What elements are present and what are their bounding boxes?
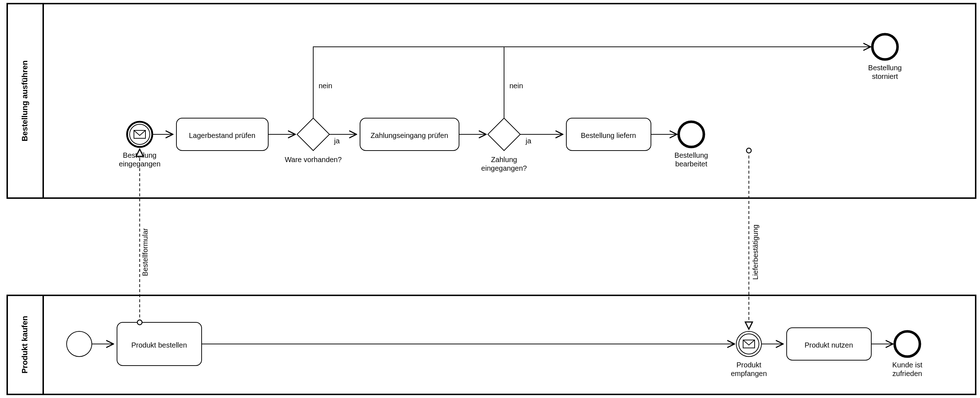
svg-text:Zahlungseingang prüfen: Zahlungseingang prüfen [371,132,448,139]
gateway2-label-1: Zahlung [491,156,517,164]
svg-text:Bestellung liefern: Bestellung liefern [581,132,636,139]
bottom-end-label-2: zufrieden [892,369,922,377]
task-lagerbestand-pruefen: Lagerbestand prüfen [177,118,268,151]
svg-point-13 [679,122,704,147]
svg-text:Produkt nutzen: Produkt nutzen [805,341,853,349]
svg-point-12 [872,34,897,59]
end2-label-1: Bestellung [675,151,708,159]
msg1-label: Bestellformular [141,228,149,276]
svg-text:Lagerbestand prüfen: Lagerbestand prüfen [189,132,256,139]
task-bestellung-liefern: Bestellung liefern [566,118,651,151]
gateway2-label-2: eingegangen? [481,164,527,172]
end2-label-2: bearbeitet [675,160,708,168]
svg-point-16 [67,331,92,357]
gw1-yes-label: ja [334,137,340,145]
pool-bottom-title: Produkt kaufen [20,316,29,374]
end1-label-2: storniert [872,72,898,80]
gw2-no-label: nein [509,82,523,90]
bpmn-diagram: Bestellung ausführen Bestellung eingegan… [0,0,980,398]
gw2-yes-label: ja [525,137,531,145]
bottom-end-label-1: Kunde ist [892,361,923,369]
task-zahlungseingang-pruefen: Zahlungseingang prüfen [360,118,459,151]
gw1-no-label: nein [319,82,332,90]
pool-top-title: Bestellung ausführen [20,60,29,142]
task-produkt-nutzen: Produkt nutzen [787,328,871,360]
svg-point-24 [895,331,920,357]
task-produkt-bestellen: Produkt bestellen [117,322,202,366]
message-icon [743,340,755,348]
inter-label-1: Produkt [737,361,762,369]
end1-label-1: Bestellung [868,64,902,72]
msg2-label: Lieferbestätigung [751,224,759,280]
gateway1-label: Ware vorhanden? [285,156,342,164]
start-event-bottom [67,331,92,357]
svg-text:Produkt bestellen: Produkt bestellen [131,341,187,349]
message-icon [134,131,145,138]
inter-label-2: empfangen [731,369,767,377]
